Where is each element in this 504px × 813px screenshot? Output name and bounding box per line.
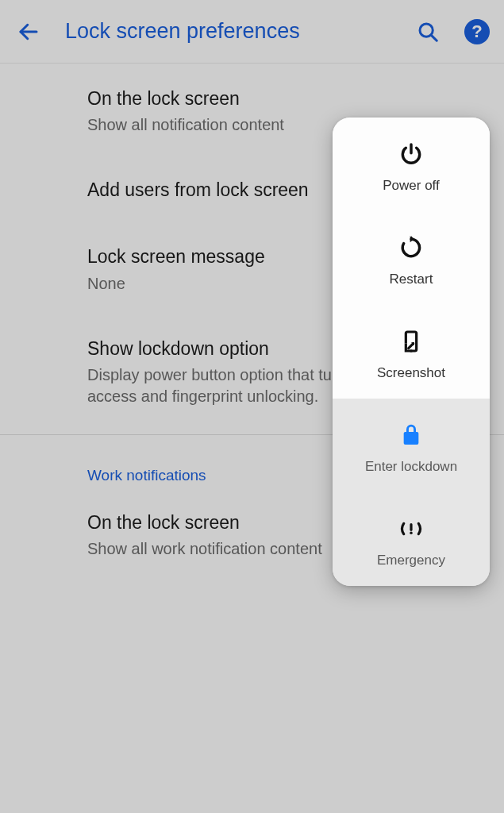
power-menu-restart[interactable]: Restart: [333, 211, 490, 305]
emergency-icon: [398, 514, 424, 543]
power-menu: Power off Restart: [333, 118, 490, 586]
restart-icon: [398, 233, 424, 262]
power-menu-label: Screenshot: [377, 365, 445, 381]
svg-point-10: [410, 532, 412, 534]
power-menu-label: Power off: [383, 178, 440, 194]
power-icon: [398, 140, 424, 168]
power-menu-screenshot[interactable]: Screenshot: [333, 305, 490, 399]
power-menu-emergency[interactable]: Emergency: [333, 492, 490, 586]
lock-icon: [398, 421, 424, 449]
power-menu-label: Restart: [390, 272, 433, 287]
screenshot-icon: [398, 327, 424, 356]
power-menu-label: Enter lockdown: [365, 459, 457, 475]
power-menu-enter-lockdown[interactable]: Enter lockdown: [333, 399, 490, 492]
power-menu-label: Emergency: [377, 553, 445, 568]
power-menu-power-off[interactable]: Power off: [333, 118, 490, 211]
